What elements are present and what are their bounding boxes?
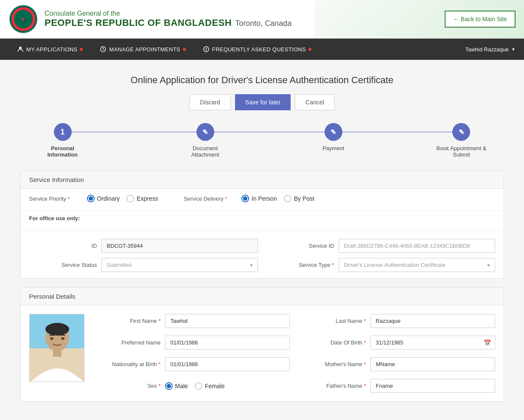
service-status-field-group: Service Status Submitted — [29, 258, 258, 272]
svg-rect-14 — [53, 349, 62, 357]
header: 🇧🇩 Consulate General of the PEOPLE'S REP… — [0, 0, 524, 39]
personal-details-section: Personal Details — [20, 287, 504, 402]
preferred-name-label: Preferred Name — [93, 339, 161, 346]
service-options-row: Service Priority * Ordinary Express — [21, 189, 504, 208]
nav-faq-label: FREQUENTLY ASKED QUESTIONS — [212, 46, 306, 53]
svg-point-15 — [50, 337, 53, 340]
nav-manage-appointments[interactable]: MANAGE APPOINTMENTS — [91, 39, 194, 60]
sex-female-radio[interactable] — [195, 382, 202, 390]
status-type-row: Service Status Submitted Service Type * — [29, 258, 495, 272]
back-to-main-button[interactable]: ← Back to Main Site — [445, 11, 516, 28]
mothers-name-input[interactable] — [370, 357, 495, 371]
service-type-select[interactable]: Driver's License Authentication Certific… — [339, 258, 495, 272]
org-top-line: Consulate General of the — [45, 10, 291, 17]
preferred-dob-row: Preferred Name Date Of Birth * 📅 — [93, 336, 495, 350]
discard-button[interactable]: Discard — [189, 94, 230, 110]
nav-my-applications[interactable]: MY APPLICATIONS — [8, 39, 91, 60]
nav-manage-appointments-dot — [183, 48, 186, 51]
mothers-name-label: Mother's Name * — [298, 361, 366, 367]
service-id-label: Service ID — [266, 243, 334, 249]
service-id-input[interactable] — [339, 239, 495, 253]
step-2-circle: ✎ — [196, 123, 214, 141]
cancel-button[interactable]: Cancel — [295, 94, 335, 110]
nav-user-menu[interactable]: Tawhid Razzaque ▼ — [465, 46, 516, 53]
svg-line-7 — [103, 49, 104, 50]
action-buttons: Discard Save for later Cancel — [20, 94, 504, 110]
priority-ordinary-radio[interactable] — [87, 195, 95, 202]
service-status-select-wrapper: Submitted — [101, 258, 258, 272]
sex-female-label: Female — [205, 383, 225, 389]
service-type-label: Service Type * — [266, 262, 334, 268]
delivery-in-person-label: In Person — [252, 195, 277, 202]
nav-faq[interactable]: ? FREQUENTLY ASKED QUESTIONS — [194, 39, 320, 60]
service-status-field-inner: Service Status Submitted — [29, 258, 258, 272]
service-status-label: Service Status — [29, 262, 97, 268]
service-id-field-inner: Service ID — [266, 239, 495, 253]
org-main-line: PEOPLE'S REPUBLIC OF BANGLADESH — [45, 17, 232, 28]
progress-steps: 1 Personal Information ✎ Document Attach… — [20, 123, 504, 158]
service-delivery-radio-group: In Person By Post — [241, 195, 314, 202]
service-information-section: Service Information Service Priority * O… — [20, 171, 504, 279]
id-field-inner: ID — [29, 239, 258, 253]
fathers-name-input[interactable] — [370, 379, 495, 393]
preferred-name-input[interactable] — [165, 336, 290, 350]
delivery-by-post-option[interactable]: By Post — [284, 195, 314, 202]
delivery-by-post-radio[interactable] — [284, 195, 291, 202]
priority-ordinary-option[interactable]: Ordinary — [87, 195, 120, 202]
delivery-in-person-option[interactable]: In Person — [241, 195, 277, 202]
service-id-field-group: Service ID — [266, 239, 495, 253]
sex-female-option[interactable]: Female — [195, 382, 225, 390]
service-information-header: Service Information — [21, 171, 504, 189]
step-1-circle: 1 — [54, 123, 72, 141]
service-delivery-required: * — [225, 196, 227, 202]
step-1-label: Personal Information — [37, 145, 88, 158]
first-name-input[interactable] — [165, 314, 290, 328]
org-name: Consulate General of the PEOPLE'S REPUBL… — [45, 10, 291, 28]
sex-male-radio[interactable] — [165, 382, 173, 390]
id-field-group: ID — [29, 239, 258, 253]
service-delivery-group: Service Delivery * In Person By Post — [184, 195, 314, 202]
service-status-select[interactable]: Submitted — [101, 258, 258, 272]
nav-user-name: Tawhid Razzaque — [465, 46, 509, 53]
org-location: Toronto, Canada — [235, 19, 291, 28]
dob-input[interactable] — [370, 336, 495, 350]
nationality-input[interactable] — [165, 357, 290, 371]
service-priority-group: Service Priority * Ordinary Express — [29, 195, 158, 202]
last-name-group: Last Name * — [298, 314, 495, 328]
step-2-label: Document Attachment — [180, 145, 231, 158]
fathers-name-group: Father's Name * — [298, 379, 495, 393]
first-name-group: First Name * — [93, 314, 290, 328]
priority-ordinary-label: Ordinary — [97, 195, 120, 202]
person-photo-silhouette — [30, 314, 84, 382]
mothers-name-group: Mother's Name * — [298, 357, 495, 371]
question-icon: ? — [203, 46, 210, 53]
nav-my-applications-label: MY APPLICATIONS — [26, 46, 77, 53]
chevron-down-icon: ▼ — [511, 47, 516, 52]
priority-express-radio[interactable] — [126, 195, 134, 202]
id-row: ID Service ID — [29, 239, 495, 253]
sex-radio-group: Male Female — [165, 382, 225, 390]
step-book-appointment: ✎ Book Appointment & Submit — [436, 123, 487, 158]
id-label: ID — [29, 243, 97, 249]
priority-express-option[interactable]: Express — [126, 195, 158, 202]
last-name-label: Last Name * — [298, 318, 366, 324]
last-name-input[interactable] — [370, 314, 495, 328]
delivery-by-post-label: By Post — [294, 195, 314, 202]
name-row: First Name * Last Name * — [93, 314, 495, 328]
step-4-label: Book Appointment & Submit — [436, 145, 487, 158]
page-title: Online Application for Driver's License … — [20, 75, 504, 86]
delivery-in-person-radio[interactable] — [241, 195, 249, 202]
sex-group: Sex * Male Female — [93, 382, 290, 390]
svg-point-13 — [45, 323, 69, 336]
dob-label: Date Of Birth * — [298, 339, 366, 346]
service-type-field-inner: Service Type * Driver's License Authenti… — [266, 258, 495, 272]
sex-male-option[interactable]: Male — [165, 382, 188, 390]
logo-icon: 🇧🇩 — [8, 4, 38, 34]
dob-group: Date Of Birth * 📅 — [298, 336, 495, 350]
svg-point-16 — [61, 337, 64, 340]
user-icon — [17, 46, 24, 53]
service-priority-required: * — [68, 196, 70, 202]
service-priority-label: Service Priority * — [29, 196, 80, 202]
save-for-later-button[interactable]: Save for later — [235, 94, 291, 110]
id-input[interactable] — [101, 239, 258, 253]
